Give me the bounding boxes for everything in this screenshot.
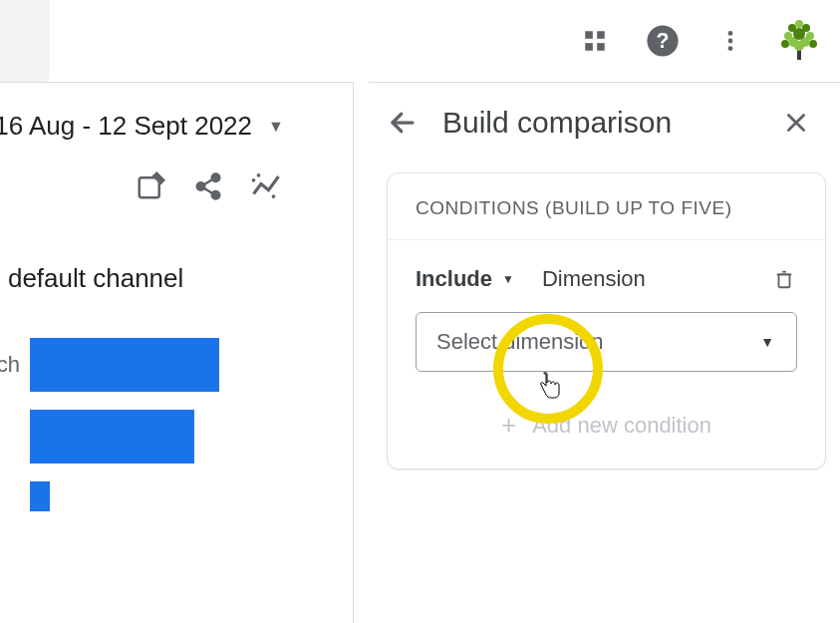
help-icon[interactable]: ? <box>643 21 683 61</box>
header-placeholder <box>0 0 50 82</box>
panel-title: Build comparison <box>442 106 776 140</box>
date-range-picker[interactable]: ays 16 Aug - 12 Sept 2022 ▼ <box>0 111 353 142</box>
svg-rect-30 <box>779 274 790 287</box>
svg-point-8 <box>728 46 733 51</box>
conditions-header: CONDITIONS (BUILD UP TO FIVE) <box>388 173 825 240</box>
chart-title: ssion default channel <box>0 263 353 294</box>
chart-bar <box>30 481 50 511</box>
close-button[interactable] <box>776 103 816 143</box>
svg-rect-2 <box>585 43 593 51</box>
share-icon[interactable] <box>193 171 225 203</box>
panel-header: Build comparison <box>369 83 840 162</box>
include-label: Include <box>416 266 492 292</box>
customize-report-icon[interactable] <box>136 171 167 203</box>
svg-text:?: ? <box>657 29 670 53</box>
conditions-card: CONDITIONS (BUILD UP TO FIVE) Include ▼ … <box>387 172 826 469</box>
back-button[interactable] <box>383 103 422 143</box>
date-range-text: 16 Aug - 12 Sept 2022 <box>0 111 252 142</box>
chevron-down-icon: ▼ <box>760 334 774 350</box>
add-condition-label: Add new condition <box>532 413 711 439</box>
svg-rect-3 <box>597 43 605 51</box>
svg-line-26 <box>203 187 213 193</box>
plus-icon: + <box>501 410 516 441</box>
svg-point-14 <box>795 20 803 28</box>
dimension-label: Dimension <box>542 266 646 292</box>
svg-point-6 <box>728 31 733 36</box>
insights-icon[interactable] <box>251 171 283 203</box>
apps-icon[interactable] <box>575 21 615 61</box>
build-comparison-panel: Build comparison CONDITIONS (BUILD UP TO… <box>369 82 840 623</box>
chart-bar-row: ch <box>0 338 353 392</box>
select-dimension-dropdown[interactable]: Select dimension ▼ <box>416 312 797 372</box>
chart-bar-row <box>0 410 353 464</box>
condition-row: Include ▼ Dimension <box>388 240 825 308</box>
svg-line-25 <box>203 179 213 185</box>
report-actions <box>0 171 353 203</box>
report-pane: ays 16 Aug - 12 Sept 2022 ▼ ssion defaul… <box>0 82 354 623</box>
delete-condition-button[interactable] <box>773 267 797 291</box>
svg-point-16 <box>809 40 817 48</box>
svg-point-7 <box>728 39 733 44</box>
svg-rect-0 <box>585 31 593 39</box>
chevron-down-icon: ▼ <box>502 272 514 286</box>
chart-bar <box>30 410 194 464</box>
svg-rect-21 <box>140 177 159 197</box>
overflow-menu-icon[interactable] <box>710 21 750 61</box>
svg-point-19 <box>793 28 805 40</box>
svg-rect-1 <box>597 31 605 39</box>
chart-bar-row <box>0 481 353 511</box>
add-condition-button[interactable]: + Add new condition <box>388 410 825 441</box>
chevron-down-icon: ▼ <box>268 118 284 136</box>
account-avatar-icon[interactable] <box>778 20 820 62</box>
select-dimension-placeholder: Select dimension <box>436 329 604 355</box>
svg-point-20 <box>794 41 804 51</box>
top-header: ? <box>0 0 840 82</box>
bar-label: ch <box>0 352 30 378</box>
svg-point-15 <box>781 40 789 48</box>
chart-bar <box>30 338 219 392</box>
include-dropdown[interactable]: Include ▼ <box>416 266 514 292</box>
